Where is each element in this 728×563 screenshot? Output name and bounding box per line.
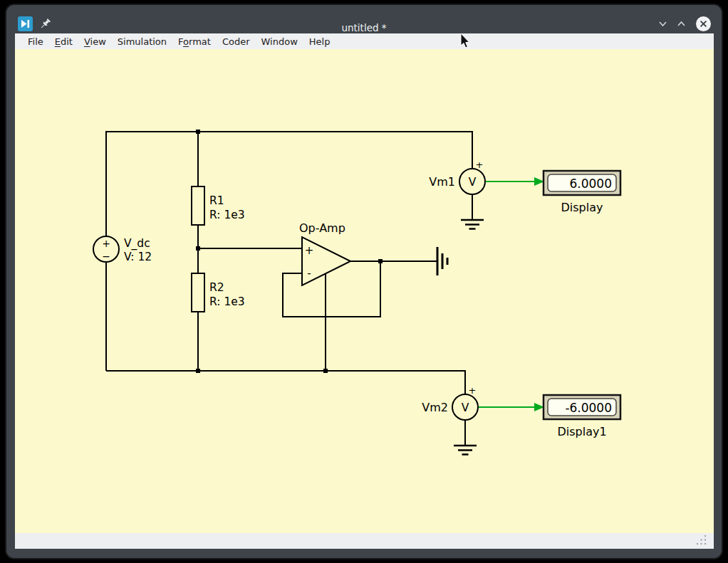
titlebar-controls — [658, 16, 712, 32]
vm1-label: Vm1 — [429, 175, 455, 189]
signal-link[interactable] — [479, 403, 544, 411]
chevron-down-icon — [658, 19, 667, 28]
chevron-up-icon — [677, 19, 686, 28]
voltmeter-vm1[interactable]: V + Vm1 — [429, 159, 485, 194]
opamp-plus-input: + — [305, 244, 314, 257]
r1-label: R1 — [209, 194, 224, 207]
schematic-canvas[interactable]: + − V_dc V: 12 R1 R: 1e3 R2 — [15, 49, 714, 533]
r2-label: R2 — [209, 281, 224, 294]
minimize-button[interactable] — [658, 19, 667, 28]
resistor-r2[interactable]: R2 R: 1e3 — [192, 273, 245, 312]
junction-dot — [196, 246, 200, 251]
app-icon[interactable] — [18, 16, 33, 31]
display1-block[interactable]: -6.0000 Display1 — [544, 395, 620, 438]
display1-value: -6.0000 — [565, 401, 612, 415]
display-label: Display — [561, 201, 603, 214]
menu-view[interactable]: View — [78, 35, 112, 48]
signal-link[interactable] — [486, 177, 544, 186]
desktop: untitled * — [0, 0, 728, 563]
maximize-button[interactable] — [677, 19, 686, 28]
opamp-minus-input: - — [307, 267, 311, 280]
r2-value: R: 1e3 — [209, 295, 245, 308]
menu-simulation[interactable]: Simulation — [112, 35, 172, 48]
opamp-label: Op-Amp — [299, 221, 345, 235]
resize-grip-icon[interactable] — [694, 534, 707, 549]
menu-coder[interactable]: Coder — [217, 35, 256, 48]
ground-icon[interactable] — [461, 194, 484, 229]
window-title: untitled * — [6, 22, 722, 33]
menu-help[interactable]: Help — [303, 35, 336, 48]
step-forward-icon — [20, 19, 31, 29]
statusbar — [15, 533, 714, 549]
r1-value: R: 1e3 — [209, 209, 245, 221]
vdc-plus-sign: + — [102, 238, 110, 249]
vm1-plus-sign: + — [476, 159, 484, 170]
pin-icon[interactable] — [39, 18, 51, 30]
wire[interactable] — [106, 371, 465, 394]
display-block[interactable]: 6.0000 Display — [544, 171, 620, 214]
close-icon — [695, 16, 712, 32]
titlebar-left — [18, 16, 51, 31]
vdc-minus-sign: − — [102, 251, 110, 262]
display-value: 6.0000 — [570, 177, 612, 191]
window-content: File Edit View Simulation Format Coder W… — [15, 33, 714, 549]
junction-dot — [378, 259, 383, 263]
vdc-value: V: 12 — [124, 251, 152, 263]
ground-icon[interactable] — [454, 420, 477, 455]
junction-dot — [196, 369, 200, 373]
ground-right-icon[interactable] — [437, 247, 447, 275]
titlebar[interactable]: untitled * — [6, 5, 722, 33]
resistor-r1[interactable]: R1 R: 1e3 — [192, 186, 245, 225]
pushpin-icon — [39, 18, 51, 30]
junction-dot — [196, 130, 200, 134]
vdc-label: V_dc — [124, 237, 150, 251]
vm1-symbol: V — [469, 176, 477, 189]
menubar: File Edit View Simulation Format Coder W… — [15, 33, 714, 49]
menu-format[interactable]: Format — [172, 35, 217, 48]
menu-file[interactable]: File — [22, 35, 49, 48]
vm2-plus-sign: + — [469, 385, 477, 396]
vm2-symbol: V — [462, 401, 469, 414]
junction-dot — [323, 369, 328, 373]
voltmeter-vm2[interactable]: V + Vm2 — [422, 385, 478, 420]
menu-edit[interactable]: Edit — [49, 35, 78, 48]
dc-voltage-source[interactable]: + − V_dc V: 12 — [93, 236, 152, 263]
wire[interactable] — [106, 132, 472, 236]
app-window: untitled * — [6, 5, 722, 558]
menu-window[interactable]: Window — [256, 35, 303, 48]
vm2-label: Vm2 — [422, 401, 448, 414]
display1-label: Display1 — [557, 425, 606, 438]
close-button[interactable] — [695, 16, 712, 32]
